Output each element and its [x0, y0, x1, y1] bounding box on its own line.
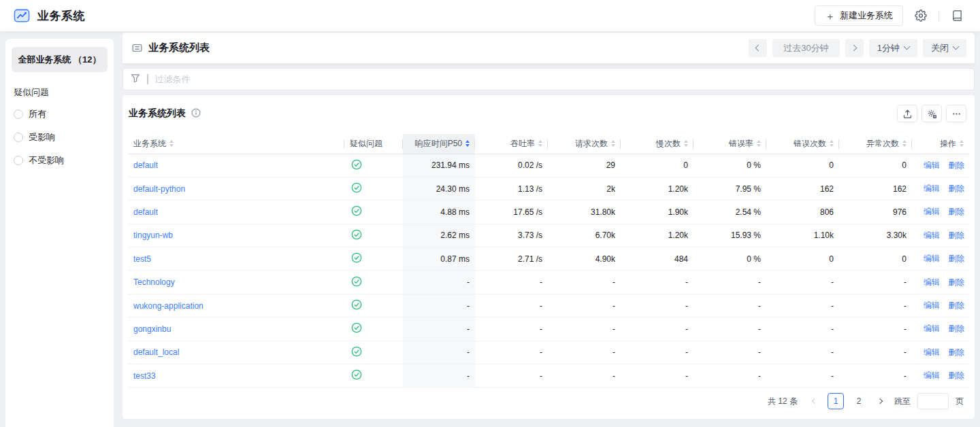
radio-option-unaffected[interactable]: 不受影响: [14, 153, 105, 168]
edit-link[interactable]: 编辑: [924, 184, 940, 193]
check-circle-icon: [351, 349, 362, 359]
delete-link[interactable]: 删除: [948, 254, 964, 263]
time-next-button[interactable]: [845, 39, 864, 57]
filter-input[interactable]: [155, 74, 967, 84]
table-row: test33 - - - -: [128, 364, 969, 388]
cell-exceptions: -: [839, 271, 912, 294]
delete-link[interactable]: 删除: [948, 160, 964, 170]
panel-collapse-icon[interactable]: [131, 43, 142, 54]
check-circle-icon: [351, 209, 362, 218]
sort-caret-icon: [830, 140, 834, 147]
more-ellipsis-icon[interactable]: [946, 105, 966, 122]
cell-p50: -: [403, 294, 475, 317]
table-row: gongxinbu - - - -: [128, 318, 969, 341]
cell-throughput: 0.02 /s: [475, 154, 548, 177]
column-header-throughput[interactable]: 吞吐率: [475, 134, 548, 154]
column-header-errors[interactable]: 错误次数: [766, 134, 839, 154]
cell-error-rate: 0 %: [693, 154, 766, 177]
sort-caret-icon: [902, 140, 906, 147]
column-header-actions[interactable]: 操作: [912, 134, 969, 154]
check-circle-icon: [351, 233, 362, 242]
page-button-1[interactable]: 1: [828, 393, 844, 409]
docs-book-icon[interactable]: [949, 7, 965, 24]
suspected-issues-section-title: 疑似问题: [14, 86, 105, 99]
edit-link[interactable]: 编辑: [924, 277, 940, 287]
page-title: 业务系统: [37, 8, 85, 24]
cell-requests: -: [548, 364, 621, 388]
cell-p50: 2.62 ms: [403, 224, 475, 247]
column-settings-gear-icon[interactable]: [921, 105, 942, 122]
business-system-link[interactable]: default: [133, 160, 158, 170]
edit-link[interactable]: 编辑: [924, 347, 940, 357]
time-range-button[interactable]: 过去30分钟: [772, 39, 839, 57]
column-header-name[interactable]: 业务系统: [128, 134, 344, 154]
check-circle-icon: [351, 163, 362, 172]
chevron-right-icon: [850, 45, 857, 52]
filter-bar: [122, 68, 975, 90]
page-unit-label: 页: [956, 396, 964, 407]
interval-dropdown[interactable]: 1分钟: [869, 39, 917, 57]
next-page-chevron-icon[interactable]: [874, 393, 887, 409]
prev-page-chevron-icon[interactable]: [807, 393, 821, 409]
business-system-link[interactable]: gongxinbu: [133, 324, 171, 334]
panel-title: 业务系统列表: [148, 41, 210, 54]
delete-link[interactable]: 删除: [948, 277, 964, 287]
edit-link[interactable]: 编辑: [924, 301, 940, 310]
cell-exceptions: -: [839, 318, 912, 341]
delete-link[interactable]: 删除: [948, 230, 964, 240]
refresh-dropdown[interactable]: 关闭: [923, 39, 966, 57]
radio-option-affected[interactable]: 受影响: [14, 130, 105, 145]
delete-link[interactable]: 删除: [948, 184, 964, 193]
topbar: 业务系统 ＋ 新建业务系统: [0, 0, 980, 31]
cell-error-rate: 2.54 %: [693, 201, 766, 224]
delete-link[interactable]: 删除: [948, 324, 964, 333]
business-system-link[interactable]: default: [133, 207, 158, 217]
time-prev-button[interactable]: [749, 39, 767, 57]
business-system-link[interactable]: default-python: [133, 184, 185, 194]
delete-link[interactable]: 删除: [948, 301, 964, 310]
edit-link[interactable]: 编辑: [924, 230, 940, 240]
edit-link[interactable]: 编辑: [924, 371, 940, 380]
radio-option-all[interactable]: 所有: [14, 107, 105, 122]
settings-gear-icon[interactable]: [913, 7, 929, 24]
jump-to-page-input[interactable]: [917, 393, 949, 409]
cell-slow: -: [621, 271, 693, 294]
business-system-link[interactable]: test5: [133, 254, 151, 264]
export-upload-icon[interactable]: [897, 105, 917, 122]
table-title: 业务系统列表: [129, 107, 186, 120]
column-header-exceptions[interactable]: 异常次数: [839, 134, 912, 154]
delete-link[interactable]: 删除: [948, 207, 964, 216]
cell-slow: -: [621, 341, 693, 364]
column-header-error-rate[interactable]: 错误率: [693, 134, 766, 154]
table-row: default-python 24.30 ms 1.13 /s 2k: [128, 177, 969, 200]
cell-error-rate: 15.93 %: [693, 224, 766, 247]
business-system-link[interactable]: test33: [133, 371, 156, 381]
column-header-requests[interactable]: 请求次数: [548, 134, 621, 154]
cell-exceptions: 0: [839, 154, 912, 177]
delete-link[interactable]: 删除: [948, 347, 964, 357]
cell-errors: -: [766, 294, 839, 317]
cell-p50: -: [403, 318, 475, 341]
all-business-systems-button[interactable]: 全部业务系统 （12）: [12, 47, 108, 72]
jump-to-label: 跳至: [894, 396, 911, 407]
page-button-2[interactable]: 2: [851, 393, 867, 409]
business-system-link[interactable]: wukong-application: [133, 301, 203, 311]
sort-caret-icon: [169, 140, 174, 147]
cell-error-rate: -: [693, 271, 766, 294]
business-system-link[interactable]: tingyun-wb: [133, 230, 173, 240]
app-logo-chart-icon: [14, 7, 30, 24]
sidebar: 全部业务系统 （12） 疑似问题 所有 受影响 不受影响: [5, 39, 114, 427]
business-system-link[interactable]: Technology: [133, 277, 175, 287]
edit-link[interactable]: 编辑: [924, 254, 940, 263]
info-icon[interactable]: [191, 108, 201, 120]
delete-link[interactable]: 删除: [948, 371, 964, 380]
edit-link[interactable]: 编辑: [924, 324, 940, 333]
edit-link[interactable]: 编辑: [924, 207, 940, 216]
column-header-p50[interactable]: 响应时间P50: [403, 134, 475, 154]
edit-link[interactable]: 编辑: [924, 160, 940, 170]
business-system-link[interactable]: default_local: [133, 347, 179, 357]
column-header-slow[interactable]: 慢次数: [621, 134, 693, 154]
new-business-system-button[interactable]: ＋ 新建业务系统: [815, 5, 903, 26]
cell-requests: -: [548, 271, 621, 294]
cell-p50: -: [403, 364, 475, 388]
